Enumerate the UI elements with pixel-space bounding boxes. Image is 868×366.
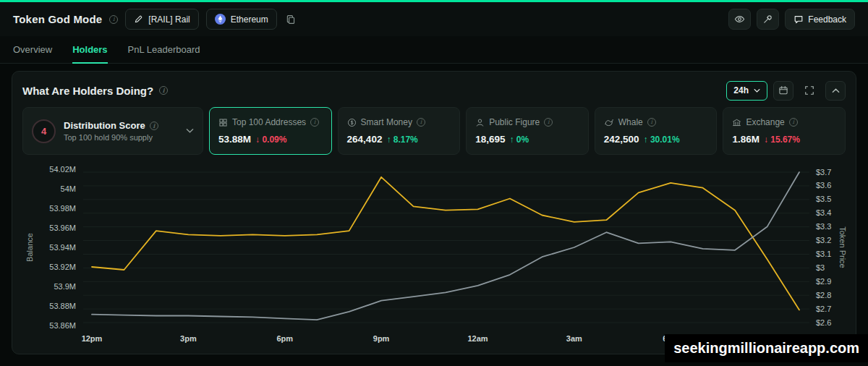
card-change: ↓ 0.09% bbox=[255, 135, 286, 145]
fullscreen-icon bbox=[804, 85, 814, 95]
pin-icon bbox=[762, 14, 773, 25]
tab-bar: Overview Holders PnL Leaderboard bbox=[0, 36, 868, 64]
network-select-button[interactable]: Ethereum bbox=[206, 9, 277, 30]
svg-text:$3.2: $3.2 bbox=[816, 236, 831, 244]
tab-overview[interactable]: Overview bbox=[13, 36, 52, 64]
card-value: 1.86M bbox=[732, 134, 760, 145]
tab-holders[interactable]: Holders bbox=[72, 36, 107, 64]
card-change: ↑ 0% bbox=[509, 135, 529, 145]
card-change: ↑ 30.01% bbox=[644, 135, 680, 145]
svg-text:$3.7: $3.7 bbox=[816, 168, 831, 176]
token-select-button[interactable]: [RAIL] Rail bbox=[125, 9, 198, 30]
svg-text:53.86M: 53.86M bbox=[49, 321, 76, 330]
panel-title: What Are Holders Doing? bbox=[22, 85, 153, 97]
holders-panel: What Are Holders Doing? 24h bbox=[12, 71, 856, 354]
chevron-up-icon bbox=[832, 88, 840, 93]
svg-text:9pm: 9pm bbox=[373, 334, 390, 343]
card-title: Public Figure bbox=[489, 117, 540, 127]
chat-icon bbox=[793, 14, 804, 25]
exchange-card[interactable]: Exchange 1.86M ↓ 15.67% bbox=[723, 107, 846, 155]
watch-button[interactable] bbox=[728, 9, 751, 30]
network-label: Ethereum bbox=[231, 14, 268, 25]
svg-text:6pm: 6pm bbox=[276, 334, 293, 343]
card-value: 264,402 bbox=[347, 134, 383, 145]
whale-card[interactable]: Whale 242,500 ↑ 30.01% bbox=[595, 107, 718, 155]
top-100-addresses-card[interactable]: Top 100 Addresses 53.88M ↓ 0.09% bbox=[209, 107, 332, 155]
public-figure-card[interactable]: Public Figure 18,695 ↑ 0% bbox=[466, 107, 589, 155]
feedback-label: Feedback bbox=[808, 14, 846, 25]
bank-icon bbox=[732, 118, 741, 127]
card-value: 242,500 bbox=[604, 134, 639, 145]
card-title: Distribution Score bbox=[64, 120, 145, 131]
panel-header: What Are Holders Doing? 24h bbox=[22, 80, 846, 101]
svg-text:$2.7: $2.7 bbox=[816, 305, 831, 313]
card-title: Exchange bbox=[746, 117, 784, 127]
svg-text:$3.1: $3.1 bbox=[816, 250, 831, 258]
tab-pnl-leaderboard[interactable]: PnL Leaderboard bbox=[128, 36, 200, 64]
eye-icon bbox=[734, 14, 745, 25]
card-title: Smart Money bbox=[361, 117, 412, 127]
pin-button[interactable] bbox=[757, 9, 779, 30]
svg-text:Balance: Balance bbox=[25, 233, 34, 262]
svg-text:$3.5: $3.5 bbox=[816, 195, 831, 203]
svg-text:53.92M: 53.92M bbox=[49, 263, 76, 271]
info-icon[interactable] bbox=[109, 15, 118, 24]
timeframe-value: 24h bbox=[733, 85, 749, 95]
watermark: seekingmillionaireapp.com bbox=[665, 334, 868, 362]
grid-icon bbox=[218, 118, 228, 127]
info-icon[interactable] bbox=[647, 118, 656, 127]
svg-text:$3.3: $3.3 bbox=[816, 222, 831, 231]
calendar-button[interactable] bbox=[773, 81, 793, 101]
holders-chart-svg[interactable]: 54.02M54M53.98M53.96M53.94M53.92M53.9M53… bbox=[22, 158, 847, 353]
header: Token God Mode [RAIL] Rail Ethereum bbox=[0, 2, 868, 36]
svg-text:53.98M: 53.98M bbox=[49, 204, 76, 213]
smart-money-card[interactable]: Smart Money 264,402 ↑ 8.17% bbox=[338, 107, 461, 155]
card-value: 18,695 bbox=[475, 134, 505, 145]
card-title: Whale bbox=[618, 117, 643, 127]
copy-icon bbox=[286, 14, 296, 25]
svg-text:54.02M: 54.02M bbox=[49, 165, 76, 174]
svg-text:53.96M: 53.96M bbox=[49, 224, 76, 232]
svg-text:$3.6: $3.6 bbox=[816, 181, 831, 190]
card-subtitle: Top 100 hold 90% supply bbox=[64, 133, 158, 142]
svg-text:Token Price: Token Price bbox=[838, 226, 847, 268]
svg-text:12am: 12am bbox=[467, 334, 488, 343]
fullscreen-button[interactable] bbox=[799, 81, 820, 101]
info-icon[interactable] bbox=[789, 118, 798, 127]
ethereum-icon bbox=[215, 14, 226, 25]
card-title: Top 100 Addresses bbox=[232, 117, 306, 127]
holders-chart[interactable]: 54.02M54M53.98M53.96M53.94M53.92M53.9M53… bbox=[22, 158, 846, 356]
timeframe-select[interactable]: 24h bbox=[726, 81, 767, 101]
chevron-down-icon[interactable] bbox=[186, 128, 194, 134]
svg-text:53.9M: 53.9M bbox=[54, 282, 76, 291]
chevron-down-icon bbox=[754, 88, 760, 93]
token-pair-label: [RAIL] Rail bbox=[148, 14, 190, 25]
info-icon[interactable] bbox=[544, 118, 553, 127]
svg-text:53.94M: 53.94M bbox=[49, 243, 76, 252]
info-icon[interactable] bbox=[150, 122, 158, 130]
svg-text:12pm: 12pm bbox=[82, 334, 103, 343]
card-change: ↑ 8.17% bbox=[386, 135, 417, 145]
card-value: 53.88M bbox=[218, 134, 251, 145]
page-title: Token God Mode bbox=[13, 13, 102, 25]
svg-text:54M: 54M bbox=[61, 184, 76, 193]
whale-icon bbox=[604, 118, 614, 127]
info-icon[interactable] bbox=[159, 86, 168, 95]
svg-text:$3: $3 bbox=[816, 263, 825, 272]
dollar-circle-icon bbox=[347, 118, 357, 127]
token-god-mode-page: Token God Mode [RAIL] Rail Ethereum bbox=[0, 0, 868, 354]
svg-text:3pm: 3pm bbox=[180, 334, 197, 343]
svg-text:3am: 3am bbox=[566, 334, 582, 343]
distribution-score-card[interactable]: 4 Distribution Score Top 100 hold 90% su… bbox=[22, 107, 203, 155]
svg-text:$3.4: $3.4 bbox=[816, 208, 831, 217]
svg-text:$2.8: $2.8 bbox=[816, 291, 831, 299]
feedback-button[interactable]: Feedback bbox=[785, 9, 855, 30]
copy-address-button[interactable] bbox=[284, 13, 297, 26]
info-icon[interactable] bbox=[417, 118, 425, 127]
collapse-button[interactable] bbox=[825, 81, 846, 101]
pencil-icon bbox=[134, 14, 143, 24]
distribution-score-badge: 4 bbox=[32, 119, 56, 143]
calendar-icon bbox=[778, 85, 788, 95]
info-icon[interactable] bbox=[310, 118, 319, 127]
holder-stat-cards: 4 Distribution Score Top 100 hold 90% su… bbox=[22, 107, 846, 155]
